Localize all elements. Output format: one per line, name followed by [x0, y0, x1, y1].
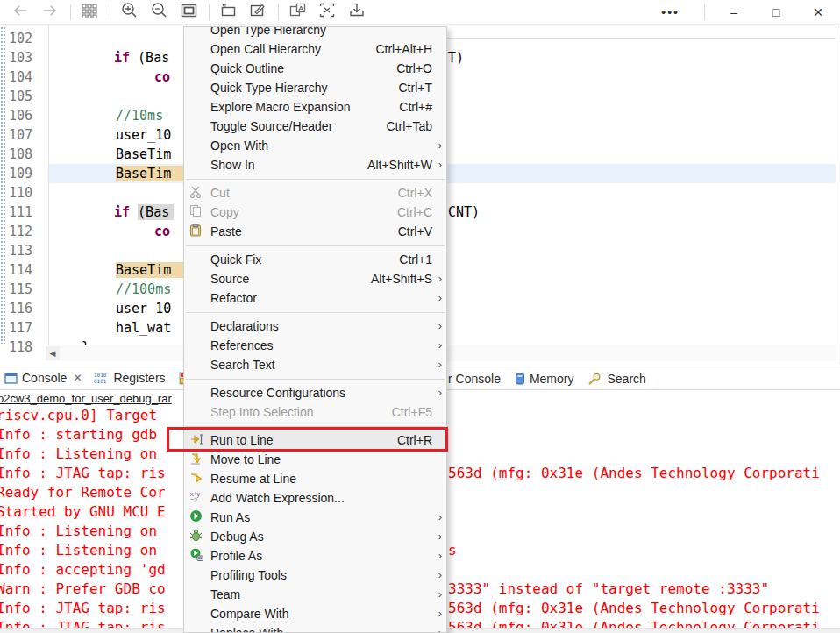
menu-icon-empty [189, 319, 209, 333]
line-number[interactable]: 114 [0, 260, 42, 280]
line-number[interactable]: 107 [0, 125, 42, 145]
line-number[interactable]: 117 [0, 318, 42, 338]
line-number[interactable]: 115 [0, 280, 42, 299]
memory-icon [515, 373, 525, 385]
maximize-button[interactable]: □ [763, 3, 789, 22]
font-window-button[interactable]: A [286, 3, 309, 22]
menu-item-label: Show In [210, 158, 255, 172]
close-tab-icon[interactable]: ✕ [73, 372, 82, 384]
tab-memory[interactable]: Memory [515, 366, 574, 390]
tab-console[interactable]: Console✕ [4, 366, 82, 390]
edit-button[interactable] [246, 3, 269, 22]
menu-item-resume-at-line[interactable]: Resume at Line [184, 469, 446, 488]
menu-item-compare-with[interactable]: Compare With› [184, 604, 446, 623]
console-line: riscv.cpu.0] Target [0, 406, 157, 425]
menu-item-label: Quick Outline [210, 61, 284, 75]
close-button[interactable]: ✕ [805, 3, 831, 22]
line-number[interactable]: 118 [0, 338, 42, 357]
back-icon [12, 4, 28, 20]
menu-item-add-watch-expression[interactable]: x+y=?Add Watch Expression... [184, 488, 446, 508]
menu-item-resource-configurations[interactable]: Resource Configurations› [184, 383, 446, 402]
copy-icon [189, 205, 209, 219]
menu-item-label: Search Text [210, 358, 275, 372]
console-line-right: 563d (mfg: 0x31e (Andes Technology Corpo… [448, 464, 820, 483]
line-number[interactable]: 103 [0, 48, 42, 68]
menu-item-label: Step Into Selection [210, 405, 314, 419]
line-number[interactable]: 102 [0, 29, 42, 48]
code-token: BaseTim [116, 262, 183, 278]
menu-icon-empty [189, 568, 209, 582]
menu-item-team[interactable]: Team› [184, 585, 446, 604]
select-region-button[interactable] [316, 3, 338, 22]
import-button[interactable] [345, 3, 368, 22]
line-number[interactable]: 106 [0, 106, 42, 125]
menu-item-profiling-tools[interactable]: Profiling Tools› [184, 565, 446, 585]
tab-r-console[interactable]: r Console [448, 366, 501, 390]
menu-item-search-text[interactable]: Search Text› [184, 355, 446, 374]
menu-item-shortcut: Ctrl+Tab [386, 119, 446, 133]
select-region-icon [319, 3, 335, 21]
grid-button[interactable] [78, 3, 101, 22]
ide-window: { "colors": { "keyword": "#7f0055", "com… [0, 0, 840, 633]
line-number[interactable]: 112 [0, 222, 42, 241]
menu-item-move-to-line[interactable]: Move to Line [184, 450, 446, 469]
menu-item-quick-outline[interactable]: Quick OutlineCtrl+O [184, 59, 446, 78]
fit-box-button[interactable] [177, 3, 200, 22]
submenu-arrow-icon: › [438, 587, 442, 601]
menu-item-debug-as[interactable]: Debug As› [184, 527, 446, 546]
menu-item-open-with[interactable]: Open With› [184, 136, 446, 155]
menu-item-replace-with[interactable]: Replace With› [184, 623, 446, 633]
new-window-button[interactable] [217, 3, 239, 22]
line-number[interactable]: 111 [0, 203, 42, 222]
menu-item-quick-type-hierarchy[interactable]: Quick Type HierarchyCtrl+T [184, 78, 446, 97]
menu-item-open-call-hierarchy[interactable]: Open Call HierarchyCtrl+Alt+H [184, 39, 446, 59]
line-number[interactable]: 104 [0, 68, 42, 87]
menu-item-quick-fix[interactable]: Quick FixCtrl+1 [184, 250, 446, 269]
line-number[interactable]: 116 [0, 299, 42, 318]
menu-item-refactor[interactable]: Refactor› [184, 288, 446, 308]
menu-item-run-as[interactable]: Run As› [184, 508, 446, 527]
line-number-gutter[interactable]: 1021031041051061071081091101111121131141… [0, 25, 49, 345]
minimize-button[interactable]: – [721, 3, 747, 22]
menu-separator [184, 308, 446, 316]
menu-item-references[interactable]: References› [184, 336, 446, 355]
menu-item-step-into-selection: Step Into SelectionCtrl+F5 [184, 402, 446, 422]
code-token: (Bas [138, 204, 174, 220]
menu-item-show-in[interactable]: Show InAlt+Shift+W› [184, 155, 446, 174]
line-number[interactable]: 109 [0, 164, 42, 183]
menu-item-open-type-hierarchy[interactable]: Open Type Hierarchy [184, 26, 446, 39]
menu-item-declarations[interactable]: Declarations› [184, 316, 446, 336]
line-number[interactable]: 108 [0, 145, 42, 164]
menu-item-explore-macro-expansion[interactable]: Explore Macro ExpansionCtrl+# [184, 97, 446, 117]
editor-top-divider [447, 38, 836, 39]
menu-item-shortcut: Alt+Shift+W [367, 158, 446, 172]
submenu-arrow-icon: › [438, 338, 442, 352]
line-number[interactable]: 110 [0, 183, 42, 203]
forward-button[interactable] [39, 3, 61, 22]
menu-item-label: Quick Fix [210, 252, 261, 267]
more-options-button[interactable]: ••• [661, 5, 680, 19]
back-button[interactable] [9, 3, 32, 22]
menu-item-paste[interactable]: PasteCtrl+V [184, 222, 446, 241]
scroll-left-arrow[interactable]: ◀ [46, 346, 60, 360]
tab-search[interactable]: Search [587, 366, 645, 390]
console-line: Info : Listening on [0, 522, 157, 541]
line-number[interactable]: 113 [0, 241, 42, 260]
menu-item-toggle-source-header[interactable]: Toggle Source/HeaderCtrl+Tab [184, 117, 446, 136]
code-fragment-right: CNT) [448, 203, 480, 222]
zoom-in-button[interactable] [117, 3, 140, 22]
menu-icon-empty [189, 626, 209, 633]
cut-icon [189, 186, 209, 200]
tab-registers[interactable]: 10100101Registers [94, 366, 165, 390]
menu-item-source[interactable]: SourceAlt+Shift+S› [184, 269, 446, 288]
watch-expression-icon: x+y=? [189, 490, 204, 506]
menu-item-profile-as[interactable]: Profile As› [184, 546, 446, 565]
line-number[interactable]: 105 [0, 87, 42, 106]
menu-separator [184, 241, 446, 250]
submenu-arrow-icon: › [438, 158, 442, 171]
submenu-arrow-icon: › [438, 358, 442, 371]
zoom-out-button[interactable] [147, 3, 170, 22]
submenu-arrow-icon: › [438, 272, 442, 285]
code-token: (Bas [130, 50, 169, 66]
tab-label: Search [607, 372, 645, 386]
